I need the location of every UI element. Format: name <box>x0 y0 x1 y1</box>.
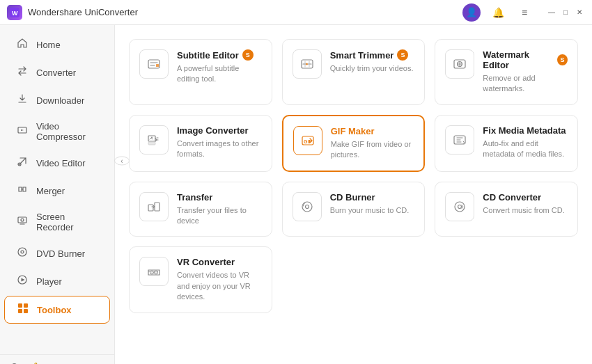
cd-burner-text: CD Burner Burn your music to CD. <box>330 192 415 216</box>
player-icon <box>15 274 29 288</box>
subtitle-editor-desc: A powerful subtitle editing tool. <box>177 63 262 85</box>
notification-icon[interactable]: 🔔 <box>489 3 507 22</box>
toolbox-icon <box>16 303 30 317</box>
sidebar-item-dvd-burner[interactable]: DVD Burner <box>4 240 110 267</box>
tool-card-vr-converter[interactable]: VR Converter Convert videos to VR and en… <box>129 246 272 312</box>
toolbox-grid: Subtitle Editor S A powerful subtitle ed… <box>129 39 578 313</box>
transfer-desc: Transfer your files to device <box>177 205 262 227</box>
watermark-editor-badge: S <box>557 54 568 65</box>
video-editor-icon <box>15 156 29 170</box>
smart-trimmer-desc: Quickly trim your videos. <box>330 63 415 74</box>
svg-rect-10 <box>24 303 28 308</box>
content-area: Subtitle Editor S A powerful subtitle ed… <box>115 25 592 364</box>
cd-converter-title: CD Converter <box>483 192 541 203</box>
sidebar-footer: ? 🔔 ☺ <box>0 354 114 364</box>
sidebar-collapse-button[interactable]: ‹ <box>114 156 130 165</box>
smart-trimmer-badge: S <box>397 49 408 61</box>
svg-point-5 <box>21 219 24 221</box>
tool-card-cd-burner[interactable]: CD Burner Burn your music to CD. <box>282 182 426 237</box>
svg-rect-23 <box>148 142 155 145</box>
subtitle-editor-title: Subtitle Editor <box>177 50 239 61</box>
svg-point-29 <box>302 202 312 212</box>
svg-rect-27 <box>148 205 153 211</box>
vr-converter-icon-box <box>139 257 169 286</box>
sidebar-label-video-compressor: Video Compressor <box>36 121 99 142</box>
sidebar-label-merger: Merger <box>36 186 65 196</box>
fix-media-metadata-desc: Auto-fix and edit metadata of media file… <box>483 139 568 160</box>
image-converter-title: Image Converter <box>177 125 249 136</box>
close-button[interactable]: ✕ <box>574 7 585 18</box>
sidebar-label-screen-recorder: Screen Recorder <box>36 212 99 232</box>
fix-media-metadata-icon-box <box>445 125 474 155</box>
sidebar-item-downloader[interactable]: Downloader <box>4 87 110 113</box>
gif-maker-icon-box: GIF <box>293 126 322 155</box>
cd-burner-icon-box <box>293 192 322 221</box>
subtitle-editor-text: Subtitle Editor S A powerful subtitle ed… <box>177 49 262 85</box>
svg-point-30 <box>305 205 309 208</box>
smart-trimmer-text: Smart Trimmer S Quickly trim your videos… <box>330 49 415 74</box>
minimize-button[interactable]: — <box>546 7 557 18</box>
svg-rect-9 <box>18 303 22 308</box>
image-converter-text: Image Converter Convert images to other … <box>177 125 262 160</box>
downloader-icon <box>15 93 29 107</box>
sidebar-item-screen-recorder[interactable]: Screen Recorder <box>4 205 110 239</box>
sidebar-label-home: Home <box>36 40 61 50</box>
screen-recorder-icon <box>15 215 29 229</box>
converter-icon <box>15 65 29 79</box>
watermark-editor-icon-box <box>445 49 474 79</box>
sidebar-label-dvd-burner: DVD Burner <box>36 248 85 259</box>
cd-converter-desc: Convert music from CD. <box>483 205 568 216</box>
tool-card-image-converter[interactable]: Image Converter Convert images to other … <box>129 115 272 172</box>
svg-point-32 <box>458 205 462 208</box>
sidebar-label-downloader: Downloader <box>36 95 84 106</box>
tool-card-cd-converter[interactable]: CD Converter Convert music from CD. <box>435 182 578 237</box>
cd-converter-icon-box <box>445 192 474 221</box>
dvd-burner-icon <box>15 246 29 260</box>
vr-converter-text: VR Converter Convert videos to VR and en… <box>177 257 262 302</box>
tool-card-watermark-editor[interactable]: Watermark Editor S Remove or add waterma… <box>435 39 578 105</box>
transfer-text: Transfer Transfer your files to device <box>177 192 262 227</box>
svg-rect-28 <box>155 203 159 211</box>
sidebar-label-player: Player <box>36 276 62 287</box>
smart-trimmer-icon-box <box>293 49 322 79</box>
main-layout: Home Converter Downloader Video Compress… <box>0 25 592 364</box>
cd-burner-desc: Burn your music to CD. <box>330 205 415 216</box>
vr-converter-title: VR Converter <box>177 257 235 267</box>
smart-trimmer-title: Smart Trimmer <box>330 50 394 61</box>
merger-icon <box>15 184 29 198</box>
tool-card-smart-trimmer[interactable]: Smart Trimmer S Quickly trim your videos… <box>282 39 426 105</box>
tool-card-subtitle-editor[interactable]: Subtitle Editor S A powerful subtitle ed… <box>129 39 272 105</box>
tool-card-transfer[interactable]: Transfer Transfer your files to device <box>129 182 272 237</box>
sidebar-label-converter: Converter <box>36 68 76 78</box>
sidebar-item-player[interactable]: Player <box>4 268 110 294</box>
sidebar: Home Converter Downloader Video Compress… <box>0 25 115 364</box>
sidebar-item-merger[interactable]: Merger <box>4 177 110 204</box>
subtitle-editor-badge: S <box>242 49 254 61</box>
sidebar-item-converter[interactable]: Converter <box>4 59 110 86</box>
svg-rect-14 <box>156 64 159 67</box>
svg-rect-11 <box>18 309 22 313</box>
transfer-title: Transfer <box>177 192 212 203</box>
fix-media-metadata-text: Fix Media Metadata Auto-fix and edit met… <box>483 125 568 160</box>
svg-point-33 <box>150 271 154 274</box>
titlebar: W Wondershare UniConverter 👤 🔔 ≡ — □ ✕ <box>0 0 592 25</box>
sidebar-item-video-editor[interactable]: Video Editor <box>4 150 110 176</box>
svg-point-22 <box>151 136 153 138</box>
svg-text:W: W <box>12 10 18 17</box>
tool-card-gif-maker[interactable]: GIF GIF Maker Make GIF from video or pic… <box>282 115 426 172</box>
cd-converter-text: CD Converter Convert music from CD. <box>483 192 568 216</box>
sidebar-label-video-editor: Video Editor <box>36 158 86 168</box>
cd-burner-title: CD Burner <box>330 192 375 203</box>
window-controls: — □ ✕ <box>546 7 585 18</box>
home-icon <box>15 38 29 52</box>
sidebar-item-toolbox[interactable]: Toolbox <box>4 296 110 324</box>
user-icon[interactable]: 👤 <box>462 3 481 22</box>
menu-icon[interactable]: ≡ <box>515 3 533 22</box>
sidebar-item-home[interactable]: Home <box>4 31 110 58</box>
svg-point-16 <box>306 63 308 65</box>
gif-maker-desc: Make GIF from video or pictures. <box>331 139 414 161</box>
svg-rect-4 <box>18 217 26 223</box>
tool-card-fix-media-metadata[interactable]: Fix Media Metadata Auto-fix and edit met… <box>435 115 578 172</box>
sidebar-item-video-compressor[interactable]: Video Compressor <box>4 115 110 148</box>
maximize-button[interactable]: □ <box>560 7 571 18</box>
